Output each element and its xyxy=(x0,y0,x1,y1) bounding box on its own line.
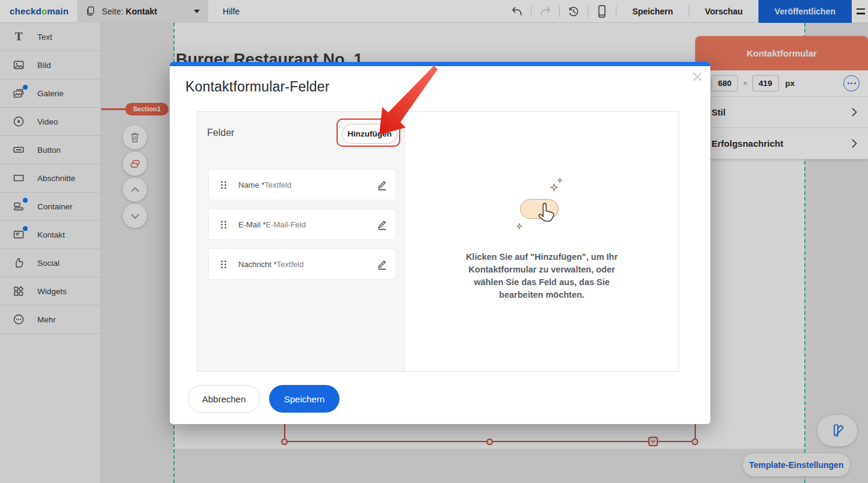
field-label: Name * xyxy=(238,180,264,189)
fields-label: Felder xyxy=(207,128,234,138)
fields-list-column: Felder Hinzufügen Name *Textfeld xyxy=(197,112,405,371)
close-icon xyxy=(692,72,702,82)
modal-accent-bar xyxy=(170,62,710,66)
drag-handle-icon[interactable] xyxy=(220,220,227,229)
pencil-icon xyxy=(376,259,388,270)
sparkle-icon xyxy=(550,183,558,191)
field-row-nachricht[interactable]: Nachricht *Textfeld xyxy=(208,248,396,280)
field-row-name[interactable]: Name *Textfeld xyxy=(208,169,396,200)
modal-title: Kontaktformular-Felder xyxy=(185,79,330,95)
pointer-hand-icon xyxy=(535,202,557,224)
field-type: Textfeld xyxy=(264,180,291,189)
sparkle-icon xyxy=(516,223,522,229)
tutorial-highlight-box: Hinzufügen xyxy=(336,118,400,147)
drag-handle-icon[interactable] xyxy=(220,260,227,269)
edit-field-button[interactable] xyxy=(376,219,388,230)
field-label: Nachricht * xyxy=(238,260,277,269)
click-button-illustration xyxy=(516,186,567,236)
field-label: E-Mail * xyxy=(238,220,266,229)
edit-field-button[interactable] xyxy=(376,259,388,270)
empty-state-hint: Klicken Sie auf "Hinzufügen", um Ihr Kon… xyxy=(457,251,626,301)
pencil-icon xyxy=(376,219,388,230)
pencil-icon xyxy=(376,179,388,191)
field-row-email[interactable]: E-Mail *E-Mail-Feld xyxy=(208,209,396,240)
kontaktformular-felder-modal: Kontaktformular-Felder Felder Hinzufügen… xyxy=(170,62,710,424)
sparkle-icon xyxy=(557,178,562,183)
field-type: E-Mail-Feld xyxy=(266,220,306,229)
fields-editor: Felder Hinzufügen Name *Textfeld xyxy=(197,111,679,372)
field-detail-column: Klicken Sie auf "Hinzufügen", um Ihr Kon… xyxy=(405,112,678,371)
add-field-button[interactable]: Hinzufügen xyxy=(342,124,397,144)
modal-save-button[interactable]: Speichern xyxy=(269,385,339,413)
field-type: Textfeld xyxy=(277,260,304,269)
modal-close-button[interactable] xyxy=(690,70,704,83)
edit-field-button[interactable] xyxy=(376,179,388,191)
cancel-button[interactable]: Abbrechen xyxy=(188,385,260,413)
drag-handle-icon[interactable] xyxy=(220,180,227,189)
